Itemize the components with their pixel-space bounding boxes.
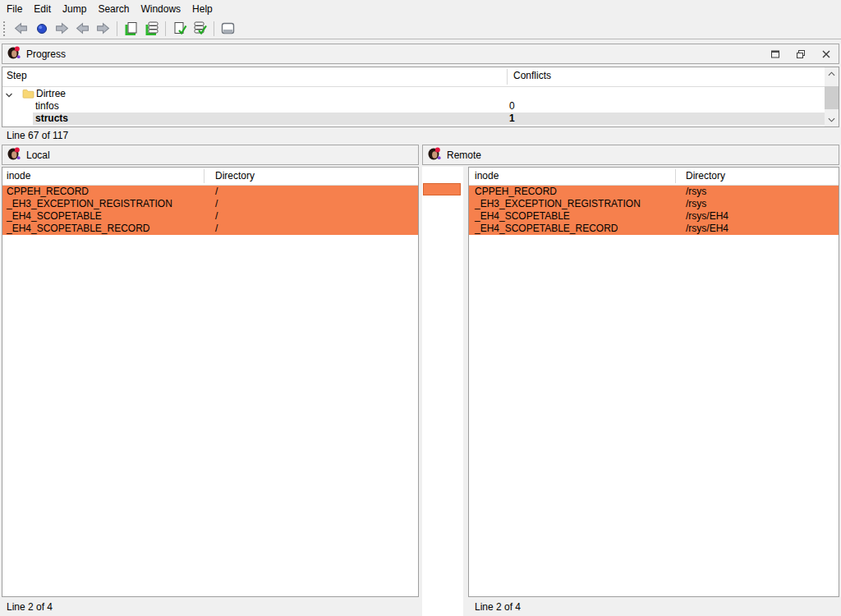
inode-cell: _EH4_SCOPETABLE_RECORD [475, 223, 618, 235]
diff-map-block[interactable] [423, 183, 461, 195]
apply-list-button[interactable] [190, 19, 210, 38]
toolbar-separator [165, 21, 166, 36]
column-divider[interactable] [507, 69, 508, 85]
remote-status-bar: Line 2 of 4 [468, 599, 839, 616]
stack-green-icon [145, 21, 159, 36]
inode-cell: _EH3_EXCEPTION_REGISTRATION [475, 198, 641, 210]
progress-table: Step Conflicts Dirtree tinfos 0 structs … [2, 67, 839, 127]
import-file-button[interactable] [121, 19, 141, 38]
menu-bar: File Edit Jump Search Windows Help [0, 0, 841, 18]
toolbar-grip[interactable] [2, 21, 7, 36]
menu-help[interactable]: Help [186, 1, 218, 17]
tree-row-tinfos[interactable]: tinfos 0 [2, 100, 825, 113]
scroll-down-icon[interactable] [825, 113, 839, 126]
directory-cell: / [215, 210, 218, 223]
remote-table-header: inode Directory [469, 168, 839, 186]
tree-item-label: tinfos [35, 100, 59, 113]
inode-cell: _EH4_SCOPETABLE_RECORD [7, 223, 150, 235]
import-list-button[interactable] [141, 19, 162, 38]
forward-arrow-icon [55, 21, 69, 35]
apply-file-button[interactable] [169, 19, 190, 38]
local-panel-title: Local [26, 149, 50, 161]
diff-map-strip[interactable] [422, 167, 463, 616]
directory-cell: /rsys [686, 198, 706, 210]
column-header-conflicts[interactable]: Conflicts [513, 67, 551, 86]
inode-cell: _EH4_SCOPETABLE [7, 210, 102, 223]
inode-cell: CPPEH_RECORD [7, 186, 89, 198]
conflicts-value: 1 [509, 113, 515, 125]
directory-cell: /rsys [686, 186, 706, 198]
toolbar [0, 18, 841, 39]
column-header-directory[interactable]: Directory [686, 168, 725, 185]
directory-cell: / [215, 186, 218, 198]
stack-check-icon [193, 21, 208, 36]
nav-current-button[interactable] [31, 19, 52, 38]
tree-item-label: Dirtree [36, 88, 66, 100]
table-row[interactable]: _EH4_SCOPETABLE / [2, 210, 418, 223]
table-row[interactable]: _EH4_SCOPETABLE /rsys/EH4 [469, 210, 839, 223]
directory-cell: /rsys/EH4 [686, 210, 728, 223]
right-arrow-icon [96, 21, 110, 35]
menu-edit[interactable]: Edit [28, 1, 57, 17]
table-row[interactable]: CPPEH_RECORD / [2, 186, 418, 198]
inode-cell: _EH3_EXCEPTION_REGISTRATION [7, 198, 172, 210]
column-header-step[interactable]: Step [7, 67, 27, 86]
table-row[interactable]: _EH4_SCOPETABLE_RECORD / [2, 223, 418, 235]
nav-forward-button[interactable] [52, 19, 72, 38]
column-header-inode[interactable]: inode [475, 168, 499, 185]
table-row[interactable]: _EH4_SCOPETABLE_RECORD /rsys/EH4 [469, 223, 839, 235]
nav-back-button[interactable] [11, 19, 31, 38]
local-table-header: inode Directory [2, 168, 418, 186]
document-check-icon [172, 21, 187, 36]
close-icon[interactable] [820, 48, 832, 60]
tree-row-structs[interactable]: structs 1 [33, 113, 825, 125]
next-diff-button[interactable] [93, 19, 113, 38]
remote-panel-title: Remote [447, 149, 481, 161]
directory-cell: / [215, 223, 218, 235]
local-status-bar: Line 2 of 4 [0, 599, 419, 616]
tree-item-label: structs [35, 113, 68, 125]
column-divider[interactable] [675, 169, 676, 183]
inode-cell: CPPEH_RECORD [475, 186, 557, 198]
progress-status-bar: Line 67 of 117 [0, 127, 841, 144]
left-arrow-icon [76, 21, 90, 35]
document-green-icon [124, 21, 139, 36]
conflicts-value: 0 [509, 100, 515, 113]
back-arrow-icon [14, 21, 28, 35]
progress-window-buttons [770, 48, 832, 60]
table-row[interactable]: _EH3_EXCEPTION_REGISTRATION /rsys [469, 198, 839, 210]
column-header-directory[interactable]: Directory [215, 168, 255, 185]
scroll-up-icon[interactable] [825, 67, 839, 80]
menu-file[interactable]: File [1, 1, 28, 17]
app-icon [7, 46, 21, 62]
toolbar-separator [117, 21, 117, 36]
menu-search[interactable]: Search [92, 1, 135, 17]
progress-panel-title: Progress [26, 48, 66, 60]
local-title-bar[interactable]: Local [2, 145, 419, 165]
blue-dot-icon [35, 22, 48, 35]
progress-title-bar[interactable]: Progress [2, 44, 839, 64]
toolbar-separator [214, 21, 214, 36]
restore-window-button[interactable] [795, 48, 807, 60]
scrollbar-thumb[interactable] [825, 86, 839, 109]
menu-windows[interactable]: Windows [135, 1, 186, 17]
app-icon [428, 147, 441, 163]
local-table: inode Directory CPPEH_RECORD / _EH3_EXCE… [2, 167, 419, 597]
prev-diff-button[interactable] [72, 19, 93, 38]
remote-table: inode Directory CPPEH_RECORD /rsys _EH3_… [468, 167, 839, 597]
column-divider[interactable] [204, 169, 205, 183]
new-window-button[interactable] [218, 19, 238, 38]
remote-title-bar[interactable]: Remote [422, 145, 839, 165]
directory-cell: /rsys/EH4 [686, 223, 728, 235]
table-row[interactable]: _EH3_EXCEPTION_REGISTRATION / [2, 198, 418, 210]
directory-cell: / [215, 198, 218, 210]
float-window-button[interactable] [770, 48, 781, 60]
tree-row-dirtree[interactable]: Dirtree [2, 88, 825, 100]
menu-jump[interactable]: Jump [57, 1, 92, 17]
app-icon [7, 147, 21, 163]
table-row[interactable]: CPPEH_RECORD /rsys [469, 186, 839, 198]
inode-cell: _EH4_SCOPETABLE [475, 210, 570, 223]
progress-scrollbar[interactable] [825, 67, 839, 126]
column-header-inode[interactable]: inode [7, 168, 30, 185]
window-icon [220, 21, 236, 36]
